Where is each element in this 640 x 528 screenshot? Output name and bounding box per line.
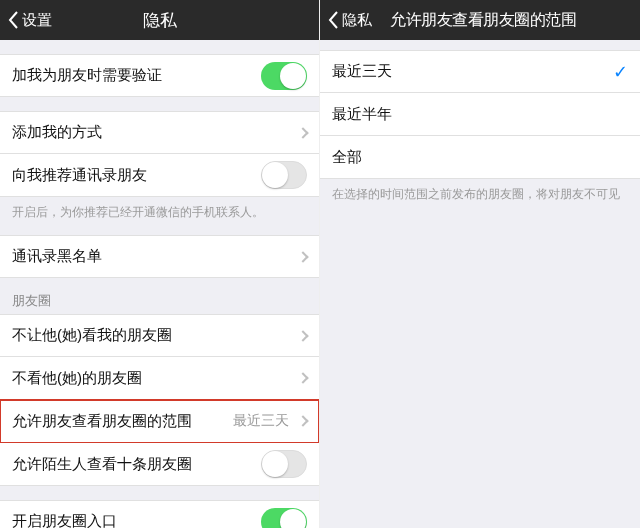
add-way-label: 添加我的方式 bbox=[12, 123, 295, 142]
verify-friend-label: 加我为朋友时需要验证 bbox=[12, 66, 261, 85]
chevron-right-icon bbox=[297, 127, 308, 138]
range-option-1[interactable]: 最近半年 bbox=[320, 93, 640, 136]
visible-range-cell[interactable]: 允许朋友查看朋友圈的范围 最近三天 bbox=[0, 400, 319, 443]
content-left: 加我为朋友时需要验证 添加我的方式 向我推荐通讯录朋友 开启后，为你推荐已经开通… bbox=[0, 40, 319, 528]
moments-entry-label: 开启朋友圈入口 bbox=[12, 512, 261, 528]
hide-their-moments-cell[interactable]: 不看他(她)的朋友圈 bbox=[0, 357, 319, 400]
content-right: 最近三天✓最近半年全部 在选择的时间范围之前发布的朋友圈，将对朋友不可见 bbox=[320, 40, 640, 528]
visible-range-label: 允许朋友查看朋友圈的范围 bbox=[12, 412, 233, 431]
add-way-cell[interactable]: 添加我的方式 bbox=[0, 111, 319, 154]
blacklist-cell[interactable]: 通讯录黑名单 bbox=[0, 235, 319, 278]
stranger-ten-label: 允许陌生人查看十条朋友圈 bbox=[12, 455, 261, 474]
chevron-left-icon bbox=[326, 11, 340, 29]
chevron-right-icon bbox=[297, 415, 308, 426]
range-option-label: 最近半年 bbox=[332, 105, 628, 124]
verify-friend-switch[interactable] bbox=[261, 62, 307, 90]
privacy-settings-pane: 设置 隐私 加我为朋友时需要验证 添加我的方式 向我推荐通讯录朋友 开启后，为你… bbox=[0, 0, 320, 528]
hide-their-moments-label: 不看他(她)的朋友圈 bbox=[12, 369, 295, 388]
chevron-right-icon bbox=[297, 330, 308, 341]
range-option-0[interactable]: 最近三天✓ bbox=[320, 50, 640, 93]
stranger-ten-switch[interactable] bbox=[261, 450, 307, 478]
range-option-2[interactable]: 全部 bbox=[320, 136, 640, 179]
stranger-ten-cell[interactable]: 允许陌生人查看十条朋友圈 bbox=[0, 443, 319, 486]
recommend-note: 开启后，为你推荐已经开通微信的手机联系人。 bbox=[0, 197, 319, 221]
navbar-left: 设置 隐私 bbox=[0, 0, 319, 40]
recommend-contacts-label: 向我推荐通讯录朋友 bbox=[12, 166, 261, 185]
chevron-right-icon bbox=[297, 372, 308, 383]
blacklist-label: 通讯录黑名单 bbox=[12, 247, 295, 266]
range-note: 在选择的时间范围之前发布的朋友圈，将对朋友不可见 bbox=[320, 179, 640, 203]
navbar-right: 隐私 允许朋友查看朋友圈的范围 bbox=[320, 0, 640, 40]
check-icon: ✓ bbox=[613, 61, 628, 83]
back-label-right: 隐私 bbox=[342, 11, 372, 30]
nav-title-right: 允许朋友查看朋友圈的范围 bbox=[350, 10, 640, 31]
moments-entry-cell[interactable]: 开启朋友圈入口 bbox=[0, 500, 319, 528]
verify-friend-cell[interactable]: 加我为朋友时需要验证 bbox=[0, 54, 319, 97]
range-option-label: 全部 bbox=[332, 148, 628, 167]
range-option-label: 最近三天 bbox=[332, 62, 613, 81]
moments-entry-switch[interactable] bbox=[261, 508, 307, 529]
moments-section-header: 朋友圈 bbox=[0, 278, 319, 314]
hide-my-moments-cell[interactable]: 不让他(她)看我的朋友圈 bbox=[0, 314, 319, 357]
recommend-contacts-cell[interactable]: 向我推荐通讯录朋友 bbox=[0, 154, 319, 197]
back-button-left[interactable]: 设置 bbox=[6, 0, 52, 40]
visible-range-pane: 隐私 允许朋友查看朋友圈的范围 最近三天✓最近半年全部 在选择的时间范围之前发布… bbox=[320, 0, 640, 528]
chevron-right-icon bbox=[297, 251, 308, 262]
back-button-right[interactable]: 隐私 bbox=[326, 0, 372, 40]
recommend-contacts-switch[interactable] bbox=[261, 161, 307, 189]
back-label-left: 设置 bbox=[22, 11, 52, 30]
chevron-left-icon bbox=[6, 11, 20, 29]
hide-my-moments-label: 不让他(她)看我的朋友圈 bbox=[12, 326, 295, 345]
visible-range-value: 最近三天 bbox=[233, 412, 289, 430]
